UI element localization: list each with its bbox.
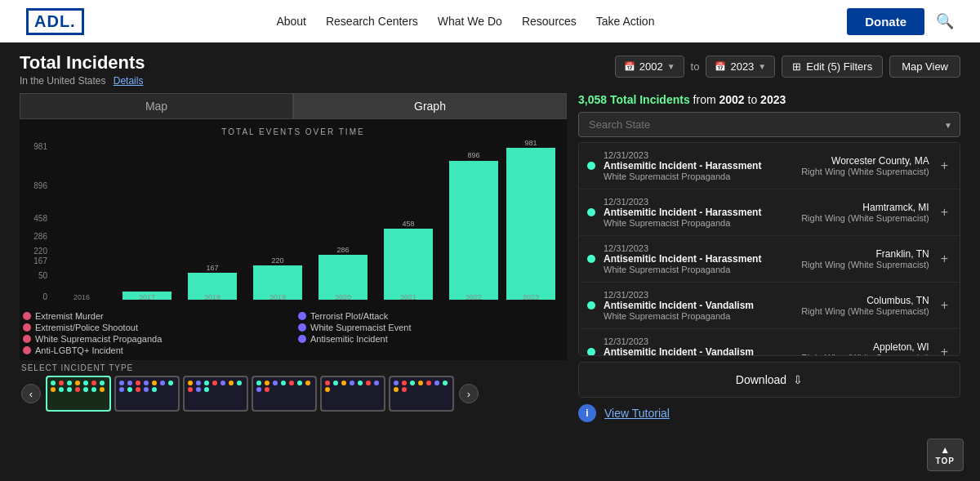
incident-body: 12/31/2023 Antisemitic Incident - Vandal… [604,336,793,356]
details-link[interactable]: Details [114,75,144,87]
state-search-input[interactable] [578,112,960,137]
incident-wing: Right Wing (White Supremacist) [801,260,929,269]
download-icon: ⇩ [793,373,803,386]
to-label: to [691,60,700,73]
incident-expand-button[interactable]: + [938,252,951,266]
legend-item-anti-lgbtq: Anti-LGBTQ+ Incident [23,345,288,355]
svg-text:981: 981 [33,142,47,151]
top-controls: 📅 2002 ▼ to 📅 2023 ▼ ⊞ Edit (5) Filters … [615,56,960,78]
svg-text:286: 286 [336,246,349,254]
incident-expand-button[interactable]: + [938,205,951,220]
incident-type: Antisemitic Incident - Vandalism [604,346,793,356]
svg-text:896: 896 [33,181,47,190]
incident-date: 12/31/2023 [604,290,793,300]
next-incident-button[interactable]: › [459,384,479,403]
svg-text:167: 167 [206,264,218,272]
tab-graph[interactable]: Graph [293,93,567,119]
chart-area: TOTAL EVENTS OVER TIME 981 896 458 286 2… [20,119,567,306]
nav-what-we-do[interactable]: What We Do [438,15,502,28]
page-title: Total Incidents [20,52,145,73]
download-button[interactable]: Download ⇩ [578,362,960,398]
legend-item-ws-event: White Supremacist Event [298,323,564,332]
incident-location-name: Franklin, TN [801,248,929,260]
incident-thumbs-row: ‹ [21,376,565,412]
select-incident-section: SELECT INCIDENT TYPE ‹ [20,360,567,415]
nav-research-centers[interactable]: Research Centers [326,15,418,28]
info-icon: i [578,404,596,422]
svg-text:2020: 2020 [335,293,351,301]
nav-take-action[interactable]: Take Action [596,15,655,28]
to-year-select[interactable]: 📅 2023 ▼ [706,56,775,78]
nav-right: Donate 🔍 [847,8,954,35]
incidents-summary: 3,058 Total Incidents from 2002 to 2023 [578,93,960,106]
legend-dot-terrorist-plot [298,312,306,320]
incident-location: Hamtramck, MI Right Wing (White Supremac… [801,202,929,223]
top-label: TOP [936,457,955,465]
map-view-button[interactable]: Map View [889,56,960,78]
incident-item: 12/31/2023 Antisemitic Incident - Vandal… [579,283,960,329]
top-button[interactable]: ▲ TOP [927,439,964,471]
incident-dot [587,208,595,216]
svg-rect-21 [384,229,433,300]
incident-location-name: Worcester County, MA [801,155,929,167]
legend: Extremist Murder Terrorist Plot/Attack E… [20,306,567,360]
top-arrow-icon: ▲ [940,444,950,456]
incident-location-name: Appleton, WI [801,341,929,353]
incident-body: 12/31/2023 Antisemitic Incident - Harass… [604,243,793,274]
incident-location-name: Columbus, TN [801,295,929,306]
incident-body: 12/31/2023 Antisemitic Incident - Vandal… [604,290,793,321]
nav-about[interactable]: About [276,15,306,28]
svg-text:2016: 2016 [74,293,90,301]
incident-location: Appleton, WI Right Wing (White Supremaci… [801,341,929,356]
incident-list[interactable]: 12/31/2023 Antisemitic Incident - Harass… [578,142,960,356]
legend-item-extremist-murder: Extremist Murder [23,311,288,321]
incident-thumb-1[interactable] [46,376,111,412]
svg-text:2021: 2021 [400,293,416,301]
svg-text:896: 896 [467,151,479,159]
incident-wing: Right Wing (White Supremacist) [801,213,929,223]
page-subtitle: In the United States Details [20,75,145,87]
incident-dot [587,162,595,170]
tab-map[interactable]: Map [20,93,293,119]
incident-thumbs-container [46,376,454,412]
incident-subtype: White Supremacist Propaganda [604,171,793,181]
incident-item: 12/31/2023 Antisemitic Incident - Vandal… [579,329,960,356]
incident-wing: Right Wing (White Supremacist) [801,353,929,356]
logo: ADL. [26,8,84,35]
incident-thumb-2[interactable] [114,376,180,412]
incident-thumb-6[interactable] [389,376,454,412]
incident-subtype: White Supremacist Propaganda [604,218,793,228]
filter-button[interactable]: ⊞ Edit (5) Filters [782,56,883,78]
legend-item-terrorist-plot: Terrorist Plot/Attack [298,311,564,321]
select-incident-label: SELECT INCIDENT TYPE [21,363,565,372]
from-year-select[interactable]: 📅 2002 ▼ [615,56,684,78]
svg-text:2018: 2018 [204,293,220,301]
legend-dot-ws-propaganda [23,335,31,343]
svg-text:167: 167 [33,256,47,265]
nav-resources[interactable]: Resources [522,15,577,28]
incident-expand-button[interactable]: + [938,158,951,173]
legend-dot-extremist-murder [23,312,31,320]
incident-wing: Right Wing (White Supremacist) [801,167,929,176]
incident-location: Columbus, TN Right Wing (White Supremaci… [801,295,929,316]
search-dropdown-icon: ▼ [944,120,952,129]
incident-wing: Right Wing (White Supremacist) [801,306,929,316]
prev-incident-button[interactable]: ‹ [21,384,41,403]
bar-chart: 981 896 458 286 220 167 50 0 2016 2017 2… [24,140,564,303]
incident-type: Antisemitic Incident - Harassment [604,160,793,171]
svg-text:220: 220 [33,247,47,256]
incident-thumb-3[interactable] [183,376,248,412]
incident-expand-button[interactable]: + [938,298,951,313]
donate-button[interactable]: Donate [847,8,924,35]
svg-text:286: 286 [33,232,47,241]
svg-rect-24 [449,161,498,300]
incident-expand-button[interactable]: + [938,345,951,356]
download-label: Download [736,373,786,386]
incident-date: 12/31/2023 [604,197,793,207]
incident-item: 12/31/2023 Antisemitic Incident - Harass… [579,143,960,189]
legend-dot-ws-event [298,323,306,332]
search-icon[interactable]: 🔍 [936,12,954,30]
incident-thumb-4[interactable] [252,376,317,412]
incident-thumb-5[interactable] [320,376,385,412]
tutorial-link[interactable]: View Tutorial [604,407,670,420]
